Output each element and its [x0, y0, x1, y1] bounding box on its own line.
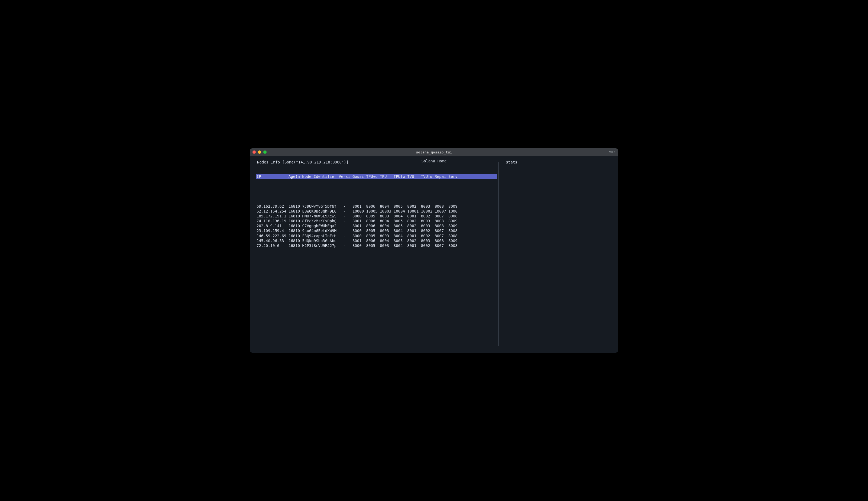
nodes-info-panel: Nodes Info [Some("141.98.219.218:8000")]…: [255, 162, 498, 346]
maximize-icon[interactable]: [263, 150, 266, 154]
table-rows: 69.162.79.62 16810 7J9UwvYvGT5DfNf - 800…: [255, 204, 498, 248]
terminal-window: solana_gossip_tui ⌥⌘2 Solana Home Nodes …: [250, 148, 618, 353]
minimize-icon[interactable]: [258, 150, 261, 154]
table-row[interactable]: 146.59.222.69 16810 F3Q94xappLTnErH - 80…: [256, 233, 497, 238]
window-title: solana_gossip_tui: [416, 150, 452, 154]
window-shortcut-hint: ⌥⌘2: [609, 150, 616, 154]
table-row[interactable]: 74.118.136.19 16810 8fPcXzMzKCsRphQ - 80…: [256, 218, 497, 223]
table-row[interactable]: 23.109.159.4 16810 9suG4mGEetdXW9M - 800…: [256, 228, 497, 233]
table-row[interactable]: 69.162.79.62 16810 7J9UwvYvGT5DfNf - 800…: [256, 204, 497, 209]
stats-content: [502, 164, 613, 167]
terminal-body: Solana Home Nodes Info [Some("141.98.219…: [250, 156, 618, 353]
outer-box-title: Solana Home: [420, 159, 448, 163]
table-row[interactable]: 145.40.96.33 16810 5dQkg9Sbp3GsAbu - 800…: [256, 238, 497, 243]
stats-legend: stats: [503, 160, 521, 164]
panels-container: Nodes Info [Some("141.98.219.218:8000")]…: [255, 162, 613, 346]
nodes-info-legend: Nodes Info [Some("141.98.219.218:8000")]: [256, 160, 350, 164]
traffic-lights: [252, 150, 266, 154]
window-titlebar: solana_gossip_tui ⌥⌘2: [250, 148, 618, 156]
table-row[interactable]: 62.12.164.254 16810 EBWQK8Bc3qhF9LG - 10…: [256, 209, 497, 214]
table-row[interactable]: 202.8.9.141 16810 C7VgngbFWUhEqa2 - 8001…: [256, 223, 497, 228]
table-spacer: [255, 189, 498, 194]
table-row[interactable]: 72.20.10.6 16810 H2P3t8cVU9RJ27p - 8000 …: [256, 243, 497, 248]
table-row[interactable]: 185.172.191.1 16810 HMU77m6WSL9Xew9 - 80…: [256, 214, 497, 218]
close-icon[interactable]: [252, 150, 256, 154]
table-header-row: IP Age(m Node Identifier Versi Gossi TPU…: [256, 174, 497, 179]
nodes-table: IP Age(m Node Identifier Versi Gossi TPU…: [255, 164, 498, 258]
stats-panel: stats: [501, 162, 613, 346]
